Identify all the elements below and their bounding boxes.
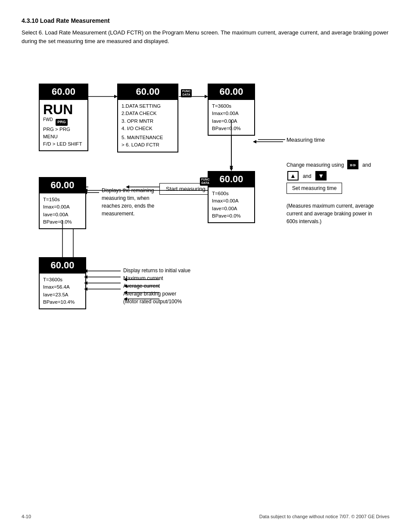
set-measuring-time-button[interactable]: Set measuring time xyxy=(286,183,342,194)
screen6: 60.00 T=3600s Imax=56.4A Iave=23.5A BPav… xyxy=(39,257,86,309)
interval-note: (Measures maximum current, average curre… xyxy=(286,202,381,225)
nav-double-right: »» xyxy=(347,160,358,169)
page-footer: 4-10 Data subject to change without noti… xyxy=(0,514,411,519)
fwd-text: FWD xyxy=(43,117,53,122)
diagram: 60.00 RUN FWD PRG PRG > PRG MENU F/D > L… xyxy=(22,56,392,357)
screen4-body: T=150s Imax=0.00A Iave=0.00A BPave=0.0% xyxy=(40,193,85,228)
svg-marker-24 xyxy=(230,166,233,169)
screen5-line1: T=600s xyxy=(212,190,251,197)
screen4-line3: Iave=0.00A xyxy=(43,211,82,218)
screen1-line2: PRG > PRG MENU xyxy=(43,126,84,141)
screen5: 60.00 T=600s Imax=0.00A Iave=0.00A BPave… xyxy=(208,171,255,223)
screen4: 60.00 T=150s Imax=0.00A Iave=0.00A BPave… xyxy=(39,177,86,229)
nav-up-btn: ▲ xyxy=(287,171,299,180)
screen1-line3: F/D > LED SHIFT xyxy=(43,140,84,148)
nav-buttons-row: ▲ and ▼ xyxy=(286,171,327,180)
screen2-line3: 3. OPR MNTR xyxy=(121,118,174,125)
screen4-line4: BPave=0.0% xyxy=(43,218,82,226)
screen4-line1: T=150s xyxy=(43,196,82,203)
prg-button: PRG xyxy=(56,119,68,126)
screen3-top: 60.00 xyxy=(209,84,254,100)
screen2-top: 60.00 xyxy=(118,84,177,100)
screen3-line2: Imax=0.00A xyxy=(212,110,251,117)
svg-marker-9 xyxy=(253,140,256,143)
screen6-line3: Iave=23.5A xyxy=(43,291,82,299)
screen2-line5: 5. MAINTENANCE xyxy=(121,134,174,141)
screen5-body: T=600s Imax=0.00A Iave=0.00A BPave=0.0% xyxy=(209,187,254,222)
page-number: 4-10 xyxy=(22,514,31,519)
section-title: 4.3.10 Load Rate Measurement xyxy=(22,17,389,24)
screen1-top: 60.00 xyxy=(40,84,87,100)
func-data-btn-1: FUNCDATA xyxy=(181,89,192,97)
intro-text: Select 6. Load Rate Measurement (LOAD FC… xyxy=(22,28,389,45)
screen2-line4: 4. I/O CHECK xyxy=(121,125,174,132)
screen3: 60.00 T=3600s Imax=0.00A Iave=0.00A BPav… xyxy=(208,84,255,136)
screen5-line2: Imax=0.00A xyxy=(212,197,251,205)
screen5-line3: Iave=0.00A xyxy=(212,205,251,212)
final-annotations: Display returns to initial value Maximum… xyxy=(123,267,190,305)
screen3-body: T=3600s Imax=0.00A Iave=0.00A BPave=0.0% xyxy=(209,100,254,135)
change-measuring-label: Change measuring using »» and xyxy=(286,160,371,169)
nav-down-btn: ▼ xyxy=(315,171,327,180)
screen2-line2: 2.DATA CHECK xyxy=(121,110,174,117)
remaining-annotation: Displays the remaining measuring tim, wh… xyxy=(102,187,154,218)
measuring-time-label: Measuring time xyxy=(286,137,325,143)
screen3-line1: T=3600s xyxy=(212,103,251,110)
screen5-top: 60.00 xyxy=(209,172,254,187)
screen4-line2: Imax=0.00A xyxy=(43,203,82,211)
screen2: 60.00 1.DATA SETTING 2.DATA CHECK 3. OPR… xyxy=(117,84,178,152)
run-text: RUN xyxy=(43,102,73,117)
screen6-line2: Imax=56.4A xyxy=(43,283,82,291)
screen1-body: RUN FWD PRG PRG > PRG MENU F/D > LED SHI… xyxy=(40,100,87,150)
copyright-text: Data subject to change without notice 7/… xyxy=(259,514,389,519)
screen6-line4: BPave=10.4% xyxy=(43,299,82,306)
svg-marker-5 xyxy=(230,168,233,171)
screen6-body: T=3600s Imax=56.4A Iave=23.5A BPave=10.4… xyxy=(40,274,85,308)
screen4-top: 60.00 xyxy=(40,178,85,193)
screen3-line3: Iave=0.00A xyxy=(212,118,251,125)
screen2-line6: > 6. LOAD FCTR xyxy=(121,141,174,149)
screen3-line4: BPave=0.0% xyxy=(212,125,251,132)
screen2-line1: 1.DATA SETTING xyxy=(121,103,174,110)
screen6-top: 60.00 xyxy=(40,258,85,274)
func-data-btn-2: FUNCDATA xyxy=(200,177,211,186)
screen2-body: 1.DATA SETTING 2.DATA CHECK 3. OPR MNTR … xyxy=(118,100,177,152)
screen1: 60.00 RUN FWD PRG PRG > PRG MENU F/D > L… xyxy=(39,84,88,151)
screen6-line1: T=3600s xyxy=(43,276,82,283)
screen5-line4: BPave=0.0% xyxy=(212,212,251,220)
